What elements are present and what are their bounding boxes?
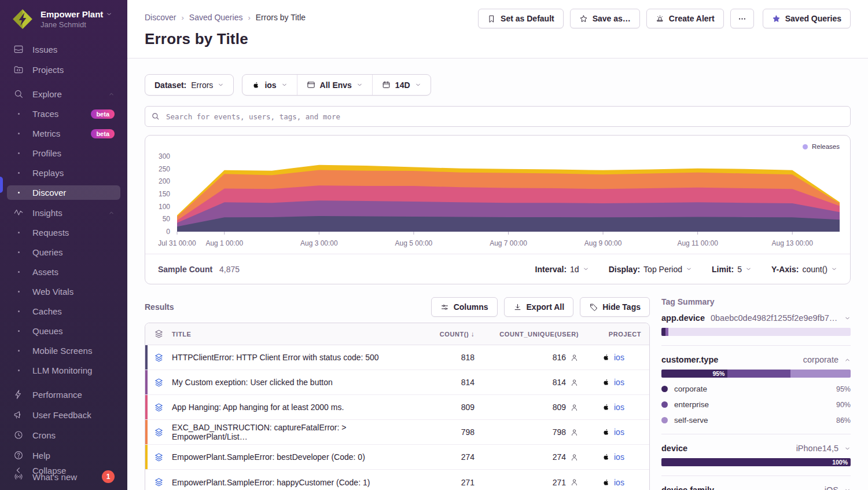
saved-queries-button[interactable]: Saved Queries xyxy=(763,9,851,28)
create-alert-button[interactable]: Create Alert xyxy=(646,9,724,28)
col-header-count[interactable]: COUNT()↓ xyxy=(419,330,483,338)
sidebar-item-caches[interactable]: Caches xyxy=(7,304,120,319)
org-switcher[interactable]: Empower Plant Jane Schmidt xyxy=(0,0,127,36)
display-dropdown[interactable]: Display: Top Period xyxy=(609,265,692,274)
button-label: Save as… xyxy=(593,14,631,23)
stack-icon[interactable] xyxy=(154,427,164,437)
sidebar-item-llm-monitoring[interactable]: LLM Monitoring xyxy=(7,363,120,378)
chevron-down-icon[interactable] xyxy=(844,315,851,321)
stack-icon[interactable] xyxy=(154,452,164,462)
save-as-button[interactable]: Save as… xyxy=(570,9,640,28)
svg-text:50: 50 xyxy=(163,215,171,223)
project-link[interactable]: ios xyxy=(614,403,624,412)
row-title[interactable]: EXC_BAD_INSTRUCTION: captureFatalError: … xyxy=(172,423,419,441)
sidebar-item-profiles[interactable]: Profiles xyxy=(7,146,120,160)
sidebar-item-replays[interactable]: Replays xyxy=(7,166,120,180)
chevron-down-icon[interactable] xyxy=(844,445,851,452)
environment-filter[interactable]: All Envs xyxy=(297,75,372,95)
date-range-filter[interactable]: 14D xyxy=(372,75,431,95)
tag-bar-segment xyxy=(668,328,851,336)
tag-distribution-bar[interactable] xyxy=(661,328,851,336)
stack-icon[interactable] xyxy=(154,353,164,363)
sidebar-item-label: Help xyxy=(32,451,50,460)
interval-dropdown[interactable]: Interval: 1d xyxy=(535,265,589,274)
tag-distribution-bar[interactable]: 100% xyxy=(661,458,851,466)
tag-distribution-bar[interactable]: 95% xyxy=(661,370,851,378)
series-color-bar xyxy=(145,345,148,370)
svg-text:Aug 1 00:00: Aug 1 00:00 xyxy=(205,239,243,247)
sidebar-item-performance[interactable]: Performance xyxy=(7,387,120,402)
sample-count-label: Sample Count xyxy=(158,265,212,274)
hide-tags-button[interactable]: Hide Tags xyxy=(580,297,650,317)
dataset-selector[interactable]: Dataset: Errors xyxy=(145,74,234,96)
row-title[interactable]: HTTPClientError: HTTP Client Error with … xyxy=(172,353,419,362)
series-color-bar xyxy=(145,395,148,419)
table-row[interactable]: EXC_BAD_INSTRUCTION: captureFatalError: … xyxy=(145,420,649,445)
sidebar-item-requests[interactable]: Requests xyxy=(7,225,120,240)
sidebar-item-help[interactable]: Help xyxy=(7,448,120,463)
sidebar-item-assets[interactable]: Assets xyxy=(7,265,120,279)
project-link[interactable]: ios xyxy=(614,427,624,437)
sidebar-item-queues[interactable]: Queues xyxy=(7,324,120,338)
stack-icon[interactable] xyxy=(154,403,164,412)
sidebar-item-explore[interactable]: Explore xyxy=(7,86,120,101)
set-as-default-button[interactable]: Set as Default xyxy=(478,9,564,28)
row-title[interactable]: EmpowerPlant.SampleError: happyCustomer … xyxy=(172,478,419,487)
sidebar-item-traces[interactable]: Traces beta xyxy=(7,107,120,121)
table-row[interactable]: My Custom exeption: User clicked the but… xyxy=(145,370,649,395)
export-all-button[interactable]: Export All xyxy=(504,297,574,317)
bullet-icon xyxy=(13,251,24,253)
chevron-up-icon[interactable] xyxy=(844,357,851,363)
bullet-icon xyxy=(13,310,24,312)
sidebar-item-queries[interactable]: Queries xyxy=(7,245,120,259)
megaphone-icon xyxy=(13,409,24,420)
sidebar-item-insights[interactable]: Insights xyxy=(7,205,120,220)
project-filter[interactable]: ios xyxy=(242,75,296,95)
table-row[interactable]: HTTPClientError: HTTP Client Error with … xyxy=(145,345,649,370)
row-title[interactable]: My Custom exeption: User clicked the but… xyxy=(172,378,419,387)
row-title[interactable]: App Hanging: App hanging for at least 20… xyxy=(172,403,419,412)
stacked-area-chart[interactable]: 050100150200250300Jul 31 00:00Aug 1 00:0… xyxy=(145,139,850,254)
limit-dropdown[interactable]: Limit: 5 xyxy=(712,265,752,274)
project-link[interactable]: ios xyxy=(614,378,624,387)
stack-icon[interactable] xyxy=(154,477,164,487)
org-name: Empower Plant xyxy=(41,9,103,19)
project-link[interactable]: ios xyxy=(614,452,624,462)
chevron-up-icon[interactable] xyxy=(108,91,115,97)
col-header-title[interactable]: TITLE xyxy=(172,331,419,338)
chart-legend[interactable]: Releases xyxy=(803,143,840,150)
sidebar-collapse-button[interactable]: Collapse xyxy=(7,463,120,478)
more-options-button[interactable] xyxy=(730,9,754,28)
sidebar-item-user-feedback[interactable]: User Feedback xyxy=(7,407,120,422)
chevron-down-icon[interactable] xyxy=(844,487,851,490)
sidebar-item-discover[interactable]: Discover xyxy=(7,185,120,200)
project-link[interactable]: ios xyxy=(614,478,624,487)
project-link[interactable]: ios xyxy=(614,353,624,362)
sidebar-item-crons[interactable]: Crons xyxy=(7,427,120,443)
search-input[interactable] xyxy=(145,106,851,127)
window-icon xyxy=(307,81,315,89)
row-count: 809 xyxy=(419,403,483,412)
row-title[interactable]: EmpowerPlant.SampleError: bestDeveloper … xyxy=(172,452,419,462)
col-header-count-unique[interactable]: COUNT_UNIQUE(USER) xyxy=(483,331,587,338)
chevron-up-icon[interactable] xyxy=(108,210,115,216)
sidebar-item-metrics[interactable]: Metrics beta xyxy=(7,126,120,141)
table-row[interactable]: App Hanging: App hanging for at least 20… xyxy=(145,395,649,420)
col-header-project[interactable]: PROJECT xyxy=(587,331,649,338)
sidebar-item-issues[interactable]: Issues xyxy=(7,42,120,57)
sidebar-item-web-vitals[interactable]: Web Vitals xyxy=(7,284,120,299)
issues-icon xyxy=(13,44,24,54)
search-bar xyxy=(145,106,851,127)
table-row[interactable]: EmpowerPlant.SampleError: happyCustomer … xyxy=(145,470,649,490)
sidebar-item-projects[interactable]: Projects xyxy=(7,62,120,77)
table-row[interactable]: EmpowerPlant.SampleError: bestDeveloper … xyxy=(145,445,649,470)
button-label: Export All xyxy=(527,302,565,312)
dataset-label: Dataset: xyxy=(155,81,186,90)
columns-button[interactable]: Columns xyxy=(431,297,498,317)
sidebar-item-mobile-screens[interactable]: Mobile Screens xyxy=(7,343,120,358)
bullet-icon xyxy=(13,350,24,352)
yaxis-dropdown[interactable]: Y-Axis: count() xyxy=(771,265,837,274)
breadcrumb-saved-queries[interactable]: Saved Queries xyxy=(189,13,243,22)
stack-icon[interactable] xyxy=(154,378,164,387)
breadcrumb-discover[interactable]: Discover xyxy=(145,13,176,22)
